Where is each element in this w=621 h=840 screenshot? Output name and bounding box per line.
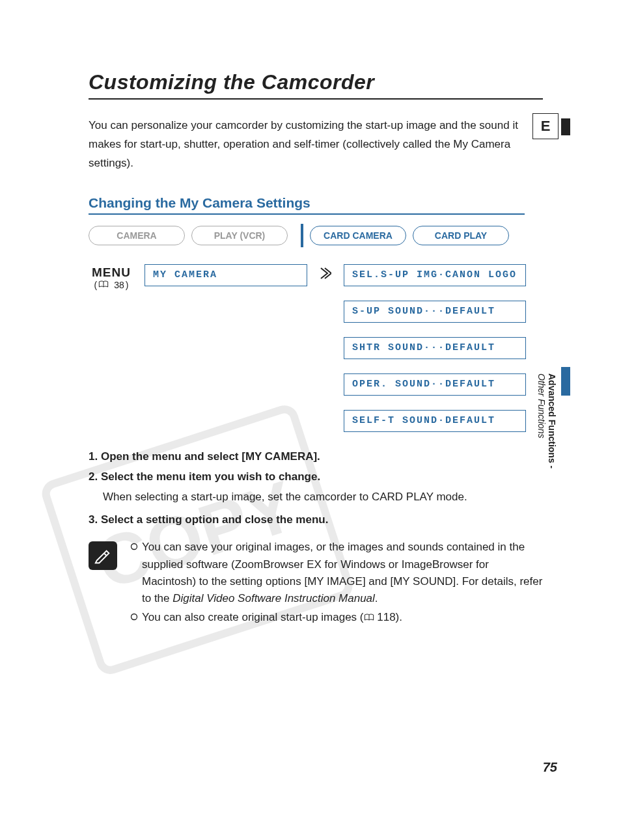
menu-option-2: SHTR SOUND···DEFAULT [344, 337, 526, 359]
arrow-right-icon [318, 264, 333, 280]
book-icon [98, 280, 109, 290]
menu-option-1: S-UP SOUND···DEFAULT [344, 301, 526, 323]
menu-option-4: SELF-T SOUND·DEFAULT [344, 410, 526, 432]
intro-paragraph: You can personalize your camcorder by cu… [89, 116, 525, 173]
menu-option-3: OPER. SOUND··DEFAULT [344, 373, 526, 396]
step-2: Select the menu item you wish to change.… [89, 468, 543, 506]
svg-point-3 [131, 614, 137, 619]
menu-page-reference: ( 38) [89, 280, 134, 290]
mode-card-camera: CARD CAMERA [310, 226, 406, 245]
book-icon [364, 611, 374, 623]
svg-point-2 [131, 544, 137, 550]
circle-bullet-icon [130, 609, 138, 626]
mode-play-vcr: PLAY (VCR) [191, 226, 288, 245]
mode-camera: CAMERA [89, 226, 185, 245]
mode-card-play: CARD PLAY [413, 226, 509, 245]
info-bullet-1: You can save your original images, or th… [130, 539, 543, 607]
menu-diagram: MENU ( 38) MY CAMERA SEL.S-UP IMG·CANON … [89, 264, 543, 432]
section-heading: Changing the My Camera Settings [89, 195, 525, 215]
menu-option-0: SEL.S-UP IMG·CANON LOGO [344, 264, 526, 286]
info-note-block: You can save your original images, or th… [89, 539, 543, 627]
page-number: 75 [543, 760, 557, 775]
mode-separator [301, 224, 303, 247]
info-bullet-2: You can also create original start-up im… [130, 609, 543, 626]
mode-tabs: CAMERA PLAY (VCR) CARD CAMERA CARD PLAY [89, 224, 543, 247]
steps-list: Open the menu and select [MY CAMERA]. Se… [89, 448, 543, 529]
menu-label: MENU [89, 265, 134, 280]
page-title: Customizing the Camcorder [89, 70, 543, 100]
step-1: Open the menu and select [MY CAMERA]. [89, 448, 543, 465]
circle-bullet-icon [130, 539, 138, 607]
note-icon [89, 541, 117, 570]
step-2-note: When selecting a start-up image, set the… [89, 488, 543, 506]
step-3: Select a setting option and close the me… [89, 511, 543, 528]
menu-box-my-camera: MY CAMERA [145, 264, 307, 286]
